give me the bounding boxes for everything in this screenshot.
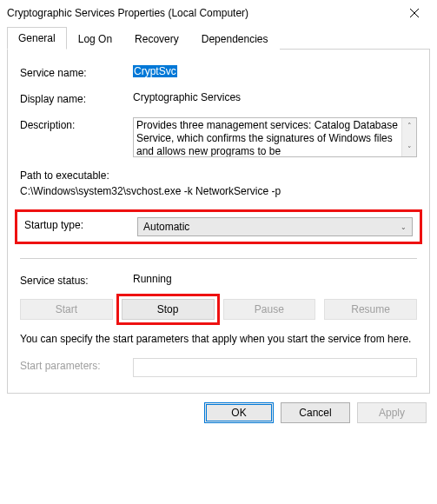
path-value: C:\Windows\system32\svchost.exe -k Netwo… xyxy=(20,185,417,197)
resume-button: Resume xyxy=(324,299,417,320)
dialog-footer: OK Cancel Apply xyxy=(0,394,437,434)
tab-dependencies[interactable]: Dependencies xyxy=(190,28,280,50)
divider xyxy=(20,258,417,259)
service-button-row: Start Stop Pause Resume xyxy=(20,299,417,320)
ok-button[interactable]: OK xyxy=(204,402,274,423)
chevron-down-icon: ⌄ xyxy=(401,223,407,231)
service-name-value[interactable]: CryptSvc xyxy=(133,65,177,77)
tab-general[interactable]: General xyxy=(7,27,67,50)
startup-type-dropdown[interactable]: Automatic ⌄ xyxy=(137,217,413,236)
titlebar: Cryptographic Services Properties (Local… xyxy=(0,0,437,26)
display-name-label: Display name: xyxy=(20,91,133,105)
start-params-label: Start parameters: xyxy=(20,358,133,372)
stop-button[interactable]: Stop xyxy=(122,299,215,320)
pause-button: Pause xyxy=(223,299,316,320)
tab-log-on[interactable]: Log On xyxy=(67,28,123,50)
scroll-down-icon[interactable]: ˅ xyxy=(402,142,416,156)
description-scrollbar[interactable]: ˄ ˅ xyxy=(401,118,416,156)
tab-strip: General Log On Recovery Dependencies xyxy=(7,26,430,50)
description-box: Provides three management services: Cata… xyxy=(133,117,417,157)
tab-recovery[interactable]: Recovery xyxy=(123,28,190,50)
cancel-button[interactable]: Cancel xyxy=(281,402,350,423)
service-status-value: Running xyxy=(133,273,417,285)
startup-type-value: Automatic xyxy=(143,221,189,233)
window-title: Cryptographic Services Properties (Local… xyxy=(7,7,248,19)
start-params-input xyxy=(133,358,417,377)
description-text[interactable]: Provides three management services: Cata… xyxy=(134,118,401,156)
start-params-hint: You can specify the start parameters tha… xyxy=(20,332,417,346)
close-button[interactable] xyxy=(401,3,428,23)
startup-type-label: Startup type: xyxy=(24,217,137,231)
scroll-up-icon[interactable]: ˄ xyxy=(402,118,416,133)
tab-panel-general: Service name: CryptSvc Display name: Cry… xyxy=(7,50,430,394)
service-status-label: Service status: xyxy=(20,273,133,287)
path-label: Path to executable: xyxy=(20,169,417,182)
stop-button-highlight: Stop xyxy=(116,294,220,325)
close-icon xyxy=(410,9,419,17)
display-name-value: Cryptographic Services xyxy=(133,91,417,103)
description-label: Description: xyxy=(20,117,133,131)
service-name-label: Service name: xyxy=(20,65,133,79)
apply-button: Apply xyxy=(357,402,427,423)
startup-type-highlight: Startup type: Automatic ⌄ xyxy=(15,209,422,244)
start-button: Start xyxy=(20,299,113,320)
